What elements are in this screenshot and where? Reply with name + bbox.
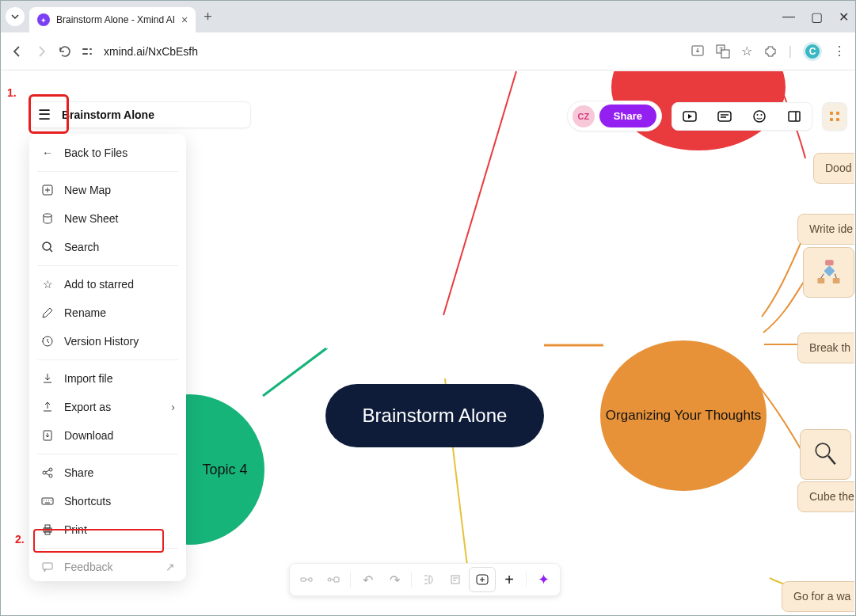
external-icon: ↗ — [165, 561, 175, 573]
tool-subtopic[interactable] — [293, 567, 320, 592]
pencil-icon — [40, 306, 55, 320]
site-info-icon — [82, 45, 96, 58]
node-center[interactable]: Brainstorm Alone — [325, 384, 544, 447]
branch-write[interactable]: Write ide — [797, 214, 854, 245]
star-icon: ☆ — [40, 277, 55, 291]
close-window-button[interactable]: ✕ — [839, 10, 849, 25]
tool-insert[interactable] — [469, 567, 496, 592]
menu-import-file[interactable]: Import file — [29, 364, 186, 393]
chevron-right-icon: › — [171, 401, 175, 413]
browser-toolbar: xmind.ai/NxCbEsfh 文 ☆ | C ⋮ — [1, 32, 855, 70]
layout-button[interactable] — [777, 103, 812, 130]
svg-rect-35 — [309, 578, 312, 581]
new-sheet-icon — [40, 211, 55, 226]
menu-export-as[interactable]: Export as › — [29, 393, 186, 421]
svg-point-16 — [761, 114, 763, 116]
profile-avatar[interactable]: C — [803, 42, 822, 61]
main-menu: ← Back to Files New Map New Sheet Search… — [29, 134, 186, 581]
tab-search-button[interactable] — [6, 7, 25, 26]
bookmark-button[interactable]: ☆ — [741, 44, 752, 59]
user-avatar-small[interactable]: CZ — [573, 105, 595, 127]
menu-add-starred[interactable]: ☆ Add to starred — [29, 270, 186, 298]
svg-point-15 — [757, 114, 759, 116]
branch-break[interactable]: Break th — [797, 333, 854, 363]
translate-icon[interactable]: 文 — [716, 44, 730, 59]
main-menu-button[interactable]: ☰ — [38, 106, 51, 124]
install-app-icon[interactable] — [691, 44, 705, 59]
export-icon — [40, 400, 55, 414]
svg-rect-18 — [830, 112, 833, 115]
share-button[interactable]: Share — [599, 105, 656, 127]
tool-summary[interactable] — [415, 567, 442, 592]
style-button[interactable] — [823, 103, 846, 130]
close-tab-button[interactable]: × — [181, 13, 188, 26]
browser-tab[interactable]: ✦ Brainstorm Alone - Xmind AI × — [29, 7, 196, 32]
minimize-button[interactable]: — — [782, 10, 795, 24]
svg-rect-1 — [82, 53, 88, 55]
menu-search[interactable]: Search — [29, 233, 186, 261]
branch-magnifier[interactable] — [800, 429, 851, 480]
svg-rect-33 — [43, 563, 52, 569]
back-button[interactable] — [10, 44, 25, 59]
top-right-controls: CZ Share — [567, 101, 847, 131]
annotation-2: 2. — [15, 533, 25, 546]
url-text: xmind.ai/NxCbEsfh — [104, 45, 198, 58]
svg-rect-21 — [836, 118, 839, 121]
reload-button[interactable] — [58, 44, 72, 59]
annotation-1: 1. — [7, 86, 17, 99]
svg-rect-2 — [89, 48, 92, 50]
toolbar-divider — [350, 572, 351, 587]
notes-button[interactable] — [707, 103, 742, 130]
tool-note[interactable] — [442, 567, 469, 592]
menu-download[interactable]: Download — [29, 421, 186, 450]
address-bar[interactable]: xmind.ai/NxCbEsfh — [82, 45, 681, 58]
svg-rect-38 — [451, 576, 459, 584]
svg-rect-20 — [830, 118, 833, 121]
map-title[interactable]: Brainstorm Alone — [62, 108, 154, 121]
download-icon — [40, 428, 55, 443]
svg-point-26 — [43, 471, 46, 474]
branch-cube[interactable]: Cube the — [797, 481, 854, 512]
branch-doodle[interactable]: Dood — [813, 153, 854, 184]
svg-point-11 — [816, 443, 830, 458]
bottom-toolbar: ↶ ↷ + ✦ — [289, 563, 561, 596]
menu-shortcuts[interactable]: Shortcuts — [29, 487, 186, 515]
menu-divider — [37, 359, 178, 360]
menu-version-history[interactable]: Version History — [29, 327, 186, 356]
presentation-button[interactable] — [672, 103, 707, 130]
tool-ai[interactable]: ✦ — [530, 567, 557, 592]
menu-back-to-files[interactable]: ← Back to Files — [29, 139, 186, 167]
browser-menu-button[interactable]: ⋮ — [833, 44, 846, 59]
menu-share[interactable]: Share — [29, 458, 186, 487]
menu-feedback[interactable]: Feedback ↗ — [29, 553, 186, 581]
svg-point-14 — [754, 111, 765, 122]
branch-diagram[interactable] — [803, 247, 854, 298]
tool-undo[interactable]: ↶ — [354, 567, 381, 592]
tool-add[interactable]: + — [496, 567, 523, 592]
menu-new-map[interactable]: New Map — [29, 176, 186, 204]
emoji-button[interactable] — [742, 103, 777, 130]
toolbar-divider — [526, 572, 527, 587]
forward-button[interactable] — [34, 44, 48, 59]
menu-rename[interactable]: Rename — [29, 298, 186, 327]
svg-rect-0 — [82, 48, 88, 50]
keyboard-icon — [40, 494, 55, 508]
node-organizing[interactable]: Organizing Your Thoughts — [600, 340, 767, 491]
tool-redo[interactable]: ↷ — [381, 567, 408, 592]
menu-print[interactable]: Print — [29, 515, 186, 544]
svg-rect-34 — [301, 578, 306, 581]
svg-point-36 — [328, 578, 331, 581]
maximize-button[interactable]: ▢ — [811, 10, 823, 25]
new-map-icon — [40, 183, 55, 197]
share-icon — [40, 466, 55, 480]
svg-point-23 — [43, 242, 51, 250]
tool-relationship[interactable] — [320, 567, 347, 592]
extensions-icon[interactable] — [763, 44, 778, 59]
svg-rect-19 — [836, 112, 839, 115]
tab-title: Brainstorm Alone - Xmind AI — [56, 14, 175, 25]
magnifier-icon — [812, 439, 839, 470]
branch-walk[interactable]: Go for a wa — [782, 581, 854, 612]
menu-divider — [37, 171, 178, 172]
menu-new-sheet[interactable]: New Sheet — [29, 204, 186, 233]
new-tab-button[interactable]: + — [204, 9, 212, 25]
